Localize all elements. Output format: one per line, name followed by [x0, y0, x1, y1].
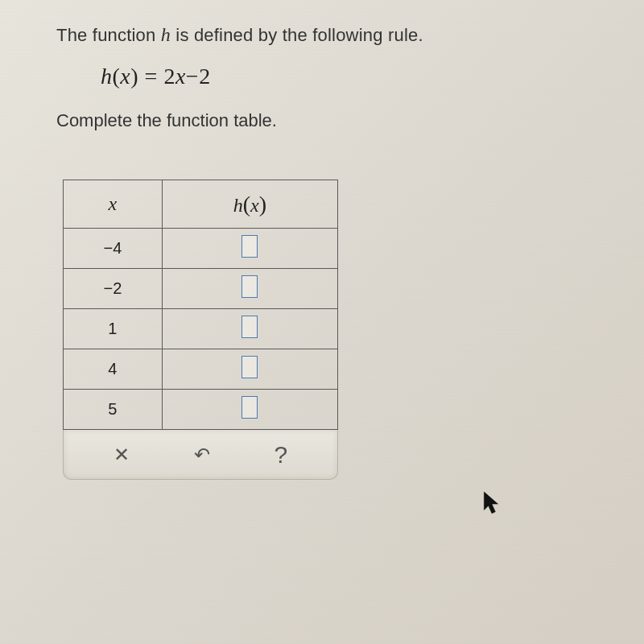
eq-x1: x [120, 64, 130, 89]
col-header-hx: h(x) [162, 180, 337, 229]
answer-toolbar: ✕ ↶ ? [63, 430, 338, 480]
eq-x2: x [175, 64, 186, 89]
x-cell: −2 [64, 269, 163, 309]
function-table: x h(x) −4 −2 1 4 [63, 180, 338, 430]
hx-cell[interactable] [162, 349, 337, 390]
col-header-x: x [64, 180, 163, 229]
hx-pc: ) [259, 192, 266, 217]
prompt-post: is defined by the following rule. [171, 25, 423, 45]
hx-cell[interactable] [162, 309, 337, 349]
table-row: −2 [64, 269, 338, 309]
answer-input[interactable] [242, 356, 258, 378]
instruction-text: Complete the function table. [56, 110, 628, 131]
answer-input[interactable] [242, 396, 258, 419]
x-cell: −4 [64, 229, 163, 269]
help-button[interactable]: ? [274, 441, 287, 469]
table-header-row: x h(x) [64, 180, 338, 229]
prompt-func-name: h [161, 24, 171, 45]
eq-paren-open: ( [113, 64, 121, 89]
table-row: 4 [64, 349, 338, 390]
answer-input[interactable] [242, 235, 258, 258]
eq-2b: 2 [199, 64, 211, 89]
x-cell: 5 [64, 390, 163, 430]
eq-minus: − [186, 64, 199, 89]
eq-2a: 2 [163, 64, 175, 89]
undo-button[interactable]: ↶ [194, 444, 210, 466]
answer-input[interactable] [242, 316, 258, 338]
hx-cell[interactable] [162, 269, 337, 309]
function-equation: h(x) = 2x−2 [101, 64, 628, 89]
x-cell: 1 [64, 309, 163, 349]
hx-po: ( [243, 192, 250, 217]
function-table-container: x h(x) −4 −2 1 4 [63, 180, 338, 480]
hx-x: x [250, 195, 259, 216]
table-row: 1 [64, 309, 338, 349]
hx-cell[interactable] [162, 390, 337, 430]
prompt-pre: The function [56, 25, 161, 45]
table-row: 5 [64, 390, 338, 430]
prompt-text: The function h is defined by the followi… [56, 24, 628, 46]
col-header-x-label: x [109, 193, 118, 214]
eq-h: h [101, 64, 113, 89]
table-row: −4 [64, 229, 338, 269]
x-cell: 4 [64, 349, 163, 390]
hx-h: h [233, 195, 243, 216]
mouse-cursor-icon [483, 491, 501, 515]
hx-cell[interactable] [162, 229, 337, 269]
answer-input[interactable] [242, 275, 258, 298]
clear-button[interactable]: ✕ [114, 444, 130, 466]
eq-paren-close: ) [130, 64, 138, 89]
eq-equals: = [138, 64, 163, 89]
